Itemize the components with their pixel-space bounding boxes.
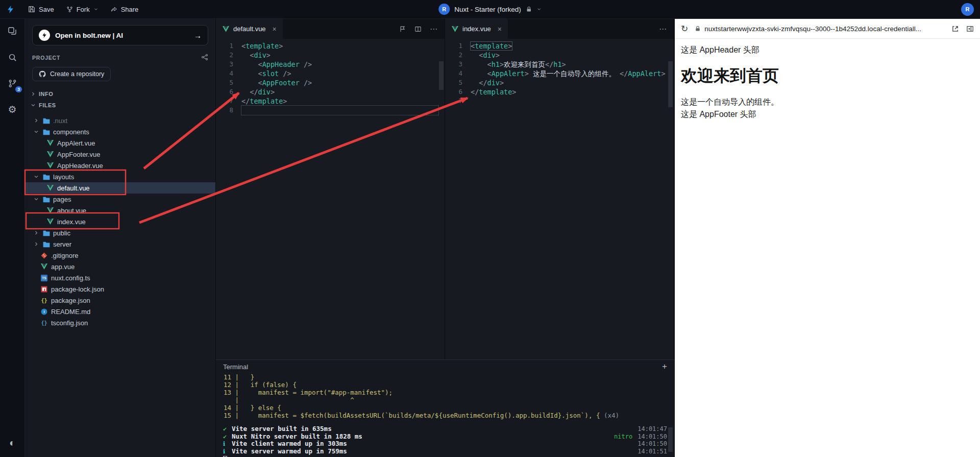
terminal-panel[interactable]: Terminal + 11 | }12 | if (false) {13 | m… [216, 359, 674, 457]
file-row-server[interactable]: server [25, 238, 215, 250]
bolt-icon [39, 30, 50, 41]
file-row-nuxt.config.ts[interactable]: TSnuxt.config.ts [25, 272, 215, 283]
preview-toolbar: ↻ nuxtstarterwwjvzxta-svki-zmfvqsqu--300… [675, 19, 980, 39]
file-row-AppAlert.vue[interactable]: AppAlert.vue [25, 137, 215, 149]
create-repository-button[interactable]: Create a repository [32, 67, 111, 81]
split-editor-icon[interactable] [414, 26, 422, 33]
chevron-down-icon [93, 7, 99, 12]
terminal-title: Terminal [223, 363, 248, 371]
tab-label: default.vue [233, 25, 266, 33]
section-info[interactable]: INFO [25, 88, 215, 100]
terminal-log-line: ℹVite client warmed up in 303ms14:01:50 [223, 440, 667, 448]
file-row-tsconfig.json[interactable]: {}tsconfig.json [25, 317, 215, 328]
editor-pane-index-vue: index.vue × ⋯ 1<template>2 <div>3 <h1>欢迎… [445, 19, 674, 359]
file-row-pages[interactable]: pages [25, 194, 215, 205]
file-label: index.vue [57, 218, 86, 226]
file-row-.nuxt[interactable]: .nuxt [25, 115, 215, 126]
save-button[interactable]: Save [23, 3, 59, 16]
file-row-AppFooter.vue[interactable]: AppFooter.vue [25, 149, 215, 160]
chevron-down-icon [30, 102, 36, 108]
code-line: 3 <AppHeader /> [216, 60, 445, 69]
code-editor-default-vue[interactable]: 1<template>2 <div>3 <AppHeader />4 <slot… [216, 39, 445, 359]
close-icon[interactable]: × [273, 25, 277, 33]
code-line: 4 <slot /> [216, 69, 445, 78]
source-control-badge: 3 [15, 86, 22, 92]
code-line: 6 </div> [216, 87, 445, 97]
file-row-package.json[interactable]: {}package.json [25, 295, 215, 306]
file-row-components[interactable]: components [25, 126, 215, 137]
open-in-bolt-button[interactable]: Open in bolt.new | AI → [32, 25, 208, 45]
share-button[interactable]: Share [106, 3, 144, 16]
file-row-package-lock.json[interactable]: package-lock.json [25, 283, 215, 295]
chevron-down-icon [536, 7, 542, 12]
terminal-output: 11 | }12 | if (false) {13 | manifest = i… [216, 373, 674, 419]
user-avatar[interactable]: R [961, 3, 974, 16]
search-icon[interactable] [6, 51, 18, 63]
project-section-row: PROJECT [32, 54, 208, 62]
open-external-icon[interactable] [951, 25, 959, 33]
format-icon[interactable] [399, 26, 406, 33]
file-label: README.md [51, 308, 90, 316]
files-icon[interactable] [6, 25, 18, 37]
file-row-app.vue[interactable]: app.vue [25, 261, 215, 272]
save-label: Save [39, 6, 54, 13]
preview-alert-text: 这是一个自动导入的组件。 [681, 96, 974, 108]
git-icon [40, 252, 48, 259]
theme-toggle-icon[interactable]: ◐ [0, 437, 24, 449]
lock-icon [695, 26, 701, 32]
url-bar[interactable]: nuxtstarterwwjvzxta-svki-zmfvqsqu--3000-… [695, 25, 945, 33]
folder-icon [42, 230, 50, 236]
code-line: 5 <AppFooter /> [216, 78, 445, 87]
npmlock-icon [40, 286, 48, 293]
privacy-lock-icon [526, 6, 532, 12]
more-actions-icon[interactable]: ⋯ [430, 25, 437, 34]
file-row-public[interactable]: public [25, 227, 215, 238]
file-row-layouts[interactable]: layouts [25, 171, 215, 182]
tabbar: index.vue × ⋯ [445, 19, 674, 39]
tab-default-vue[interactable]: default.vue × [216, 19, 283, 39]
vue-icon [46, 185, 54, 191]
file-row-default.vue[interactable]: default.vue [25, 182, 215, 194]
file-label: AppFooter.vue [57, 151, 101, 158]
file-row-README.md[interactable]: iREADME.md [25, 306, 215, 317]
project-title-area[interactable]: R Nuxt - Starter (forked) [438, 0, 542, 18]
fork-label: Fork [77, 6, 90, 13]
folder-icon [42, 129, 50, 135]
refresh-icon[interactable]: ↻ [681, 25, 688, 33]
terminal-code-line: 13 | manifest = import("#app-manifest"); [223, 389, 674, 396]
more-actions-icon[interactable]: ⋯ [659, 25, 667, 34]
editor-scrollbar[interactable] [668, 61, 673, 107]
save-icon [28, 6, 35, 13]
file-label: public [53, 229, 70, 237]
svg-text:i: i [43, 309, 44, 314]
file-row-index.vue[interactable]: index.vue [25, 216, 215, 227]
code-line: 4 <AppAlert> 这是一个自动导入的组件。 </AppAlert> [445, 69, 674, 78]
file-row-AppHeader.vue[interactable]: AppHeader.vue [25, 160, 215, 171]
file-label: default.vue [57, 184, 90, 192]
url-text: nuxtstarterwwjvzxta-svki-zmfvqsqu--3000-… [704, 25, 921, 33]
file-row-about.vue[interactable]: about.vue [25, 205, 215, 216]
code-editor-index-vue[interactable]: 1<template>2 <div>3 <h1>欢迎来到首页</h1>4 <Ap… [445, 39, 674, 359]
network-icon[interactable] [201, 54, 208, 62]
fork-icon [66, 6, 73, 13]
terminal-scrollbar[interactable] [668, 427, 673, 452]
settings-gear-icon[interactable]: ⚙ [6, 103, 18, 115]
section-files-label: FILES [39, 102, 56, 108]
json2-icon: {} [40, 320, 48, 326]
panel-toggle-icon[interactable] [966, 25, 974, 33]
editor-scrollbar[interactable] [439, 61, 444, 90]
code-line: 3 <h1>欢迎来到首页</h1> [445, 60, 674, 69]
terminal-code-line: 11 | } [223, 373, 674, 381]
section-files[interactable]: FILES [25, 100, 215, 111]
file-row-.gitignore[interactable]: .gitignore [25, 250, 215, 261]
source-control-icon[interactable]: 3 [6, 77, 18, 89]
close-icon[interactable]: × [498, 25, 502, 33]
preview-appfooter-text: 这是 AppFooter 头部 [681, 108, 974, 121]
new-terminal-icon[interactable]: + [662, 362, 667, 372]
fork-button[interactable]: Fork [61, 3, 104, 16]
tab-index-vue[interactable]: index.vue × [445, 19, 508, 39]
file-label: package-lock.json [51, 285, 104, 293]
share-label: Share [121, 6, 139, 13]
arrow-right-icon: → [194, 31, 202, 40]
tabbar: default.vue × ⋯ [216, 19, 445, 39]
